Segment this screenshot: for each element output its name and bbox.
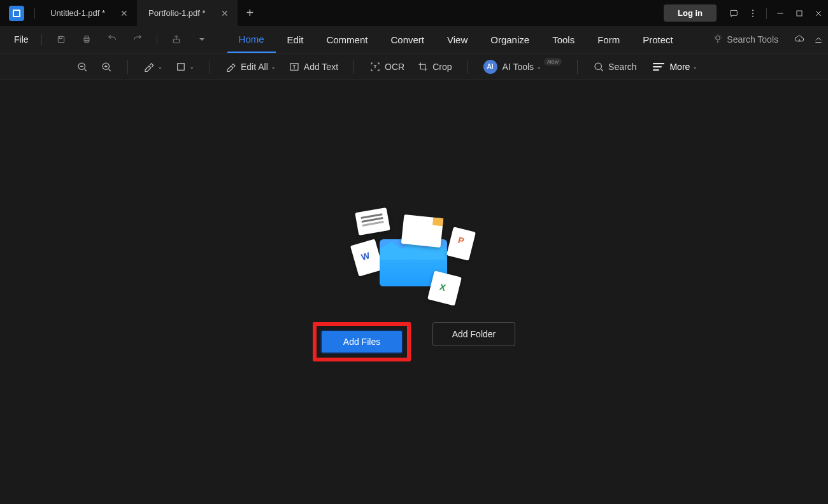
chat-icon[interactable] <box>724 4 743 23</box>
svg-line-22 <box>109 69 111 71</box>
titlebar: Untitled-1.pdf * ✕ Portfolio-1.pdf * ✕ +… <box>0 0 828 26</box>
empty-portfolio-illustration <box>350 207 478 303</box>
svg-rect-0 <box>731 10 738 15</box>
minimize-icon[interactable] <box>771 4 790 23</box>
menu-comment[interactable]: Comment <box>315 26 379 53</box>
separator <box>157 34 157 45</box>
dropdown-icon[interactable] <box>192 29 212 50</box>
close-icon[interactable]: ✕ <box>221 8 229 18</box>
separator <box>41 34 42 45</box>
tab-portfolio-1[interactable]: Portfolio-1.pdf * ✕ <box>137 0 238 26</box>
svg-line-18 <box>85 69 87 71</box>
separator <box>127 60 128 74</box>
button-row: Add Files Add Folder <box>313 322 515 361</box>
separator <box>766 8 767 19</box>
tab-untitled-1[interactable]: Untitled-1.pdf * ✕ <box>39 0 137 26</box>
separator <box>353 60 354 74</box>
search-tools[interactable]: Search Tools <box>713 34 778 46</box>
menu-tools[interactable]: Tools <box>541 26 586 53</box>
ocr-button[interactable]: OCR <box>369 57 404 77</box>
ai-icon: AI <box>483 60 497 74</box>
menu-organize[interactable]: Organize <box>479 26 541 53</box>
search-tools-label: Search Tools <box>727 34 778 45</box>
file-menu[interactable]: File <box>8 34 35 45</box>
add-folder-button[interactable]: Add Folder <box>432 322 515 346</box>
search-button[interactable]: Search <box>593 57 636 77</box>
svg-point-1 <box>752 10 753 10</box>
close-icon[interactable]: ✕ <box>120 8 128 18</box>
tab-label: Portfolio-1.pdf * <box>148 8 206 18</box>
menu-edit[interactable]: Edit <box>276 26 315 53</box>
close-window-icon[interactable] <box>809 4 828 23</box>
ai-tools-button[interactable]: AI AI Tools⌄ New <box>483 57 562 77</box>
main-area: Add Files Add Folder <box>0 80 828 504</box>
app-logo <box>9 6 24 21</box>
svg-point-3 <box>752 16 753 17</box>
search-label: Search <box>608 62 636 72</box>
shape-button[interactable]: ⌄ <box>175 57 194 77</box>
cloud-sync-icon[interactable] <box>790 30 809 49</box>
add-text-button[interactable]: Add Text <box>289 57 338 77</box>
edit-all-label: Edit All <box>241 62 268 72</box>
svg-rect-9 <box>59 36 62 38</box>
menu-home[interactable]: Home <box>227 26 276 53</box>
svg-rect-11 <box>85 36 88 38</box>
svg-point-2 <box>752 13 753 13</box>
svg-line-26 <box>601 69 603 71</box>
more-icon <box>653 63 664 71</box>
login-button[interactable]: Log in <box>664 4 717 22</box>
menubar: File Home Edit Comment Convert View Orga… <box>0 26 828 53</box>
new-tab-button[interactable]: + <box>238 6 263 20</box>
add-files-button[interactable]: Add Files <box>320 330 403 354</box>
highlighter-button[interactable]: ⌄ <box>143 57 162 77</box>
print-icon[interactable] <box>76 29 97 50</box>
svg-rect-8 <box>58 36 64 42</box>
separator <box>468 60 468 74</box>
edit-all-button[interactable]: Edit All⌄ <box>225 57 276 77</box>
svg-rect-5 <box>797 11 802 16</box>
menu-form[interactable]: Form <box>586 26 631 53</box>
zoom-in-button[interactable] <box>101 57 112 77</box>
more-button[interactable]: More⌄ <box>653 57 697 77</box>
svg-rect-23 <box>178 63 185 70</box>
new-badge: New <box>544 58 562 66</box>
maximize-icon[interactable] <box>790 4 809 23</box>
add-text-label: Add Text <box>304 62 338 72</box>
share-icon[interactable] <box>166 29 187 50</box>
add-files-highlight: Add Files <box>313 322 411 361</box>
separator <box>577 60 578 74</box>
separator <box>34 8 35 19</box>
svg-point-14 <box>716 36 720 40</box>
toolbar: ⌄ ⌄ Edit All⌄ Add Text OCR Crop AI AI To… <box>0 53 828 80</box>
undo-icon[interactable] <box>102 29 122 50</box>
crop-label: Crop <box>432 62 452 72</box>
menu-view[interactable]: View <box>436 26 479 53</box>
svg-point-25 <box>595 63 602 70</box>
menu-protect[interactable]: Protect <box>631 26 685 53</box>
redo-icon[interactable] <box>127 29 148 50</box>
tab-label: Untitled-1.pdf * <box>50 8 105 18</box>
more-label: More <box>669 62 690 72</box>
kebab-menu-icon[interactable] <box>743 4 762 23</box>
zoom-out-button[interactable] <box>76 57 88 77</box>
collapse-up-icon[interactable] <box>809 30 828 49</box>
crop-button[interactable]: Crop <box>417 57 452 77</box>
ai-tools-label: AI Tools <box>503 62 534 72</box>
separator <box>210 60 210 74</box>
bulb-icon <box>713 34 723 46</box>
menu-convert[interactable]: Convert <box>379 26 436 53</box>
save-icon[interactable] <box>51 29 71 50</box>
ocr-label: OCR <box>385 62 404 72</box>
